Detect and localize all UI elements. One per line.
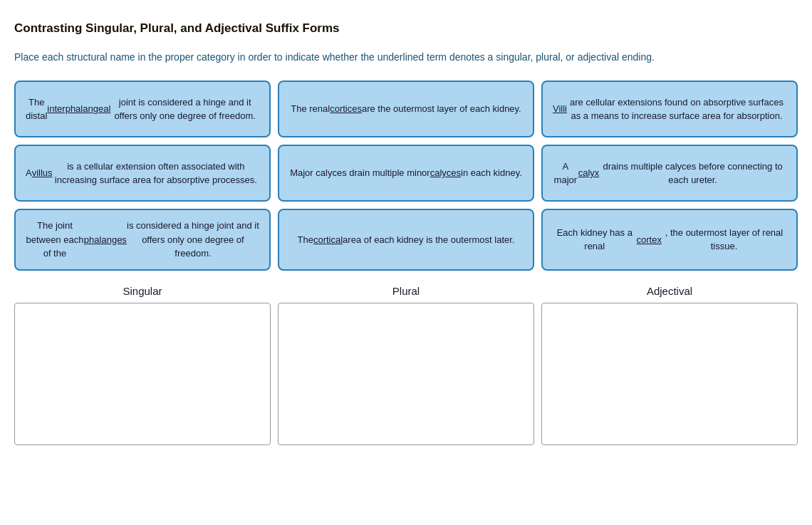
adjectival-drop-zone[interactable] <box>541 303 798 445</box>
adjectival-label: Adjectival <box>647 285 692 297</box>
drop-section: Singular Plural Adjectival <box>14 285 798 445</box>
drag-card-9[interactable]: Each kidney has a renal cortex, the oute… <box>541 209 798 271</box>
drag-card-1[interactable]: The distal interphalangeal joint is cons… <box>14 80 271 137</box>
drag-card-3[interactable]: Villi are cellular extensions found on a… <box>541 80 798 137</box>
drag-card-8[interactable]: The cortical area of each kidney is the … <box>278 209 534 271</box>
drag-grid: The distal interphalangeal joint is cons… <box>14 80 798 271</box>
plural-label: Plural <box>392 285 420 297</box>
plural-column: Plural <box>278 285 534 445</box>
drag-card-4[interactable]: A villus is a cellular extension often a… <box>14 145 271 202</box>
drag-card-6[interactable]: A major calyx drains multiple calyces be… <box>541 145 798 202</box>
adjectival-column: Adjectival <box>541 285 798 445</box>
singular-column: Singular <box>14 285 271 445</box>
drag-card-7[interactable]: The joint between each of the phalanges … <box>14 209 271 271</box>
drag-card-2[interactable]: The renal cortices are the outermost lay… <box>278 80 534 137</box>
instructions: Place each structural name in the proper… <box>14 50 798 65</box>
drag-card-5[interactable]: Major calyces drain multiple minor calyc… <box>278 145 534 202</box>
singular-drop-zone[interactable] <box>14 303 271 445</box>
singular-label: Singular <box>123 285 162 297</box>
plural-drop-zone[interactable] <box>278 303 534 445</box>
page-title: Contrasting Singular, Plural, and Adject… <box>14 21 798 36</box>
